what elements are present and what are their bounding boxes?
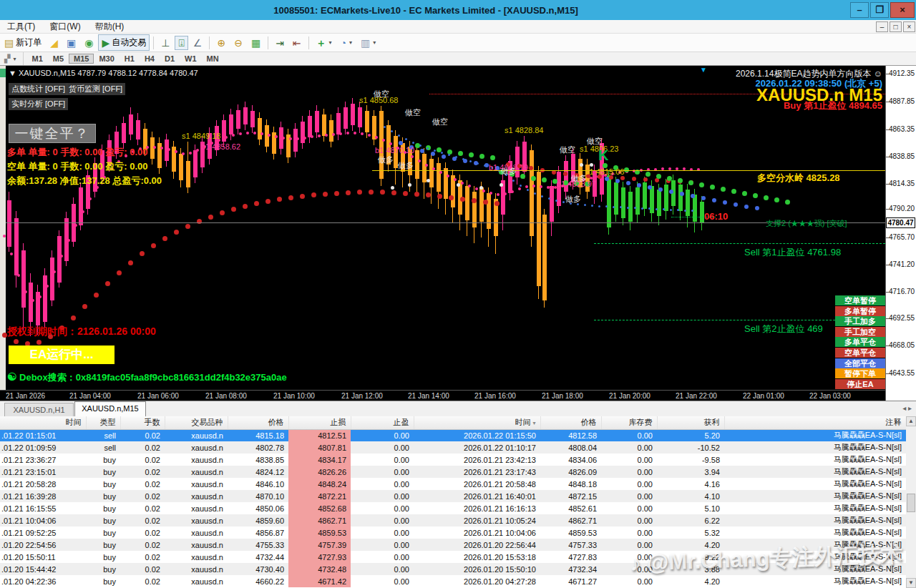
- timeframe-h4[interactable]: H4: [140, 54, 160, 64]
- templates-button[interactable]: ▥▾: [357, 36, 379, 50]
- time-axis[interactable]: 21 Jan 202621 Jan 04:0021 Jan 06:0021 Ja…: [0, 390, 885, 401]
- timeframe-mn[interactable]: MN: [202, 54, 224, 64]
- scrollbar-thumb[interactable]: [907, 494, 915, 512]
- column-header-2[interactable]: 手数: [120, 416, 165, 429]
- order-row[interactable]: .01.21 09:52:25buy0.02xauusd.n4856.87485…: [0, 526, 906, 539]
- column-header-1[interactable]: 类型: [86, 416, 120, 429]
- order-cell: sell: [86, 441, 120, 454]
- column-header-4[interactable]: 价格: [228, 416, 288, 429]
- menu-help[interactable]: 帮助(H): [88, 21, 132, 33]
- column-header-10[interactable]: 获利: [657, 416, 724, 429]
- tile-windows-button[interactable]: ▦: [248, 36, 264, 50]
- column-header-9[interactable]: 库存费: [601, 416, 657, 429]
- tab-xauusd-h1[interactable]: XAUUSD.n,H1: [4, 403, 74, 417]
- zoom-in-button[interactable]: ⊕: [213, 36, 229, 50]
- auto-trading-button[interactable]: ▶ 自动交易: [98, 34, 150, 51]
- side-button-8[interactable]: 停止EA: [835, 379, 885, 389]
- column-header-11[interactable]: 注释: [724, 416, 906, 429]
- close-button[interactable]: ×: [890, 2, 915, 18]
- timeframe-w1[interactable]: W1: [180, 54, 202, 64]
- line-chart-button[interactable]: ∠: [190, 36, 206, 50]
- child-close-button[interactable]: ×: [903, 21, 915, 32]
- zoom-out-button[interactable]: ⊖: [230, 36, 246, 50]
- timeframe-d1[interactable]: D1: [160, 54, 180, 64]
- price-tick-label: 4790.20: [889, 205, 915, 212]
- authorization-expiry-text: 授权到期时间：2126.01.26 00:00: [7, 325, 156, 338]
- bar-chart-button[interactable]: ⊥: [157, 36, 173, 50]
- side-button-7[interactable]: 暂停下单: [835, 368, 885, 378]
- chart-shift-button[interactable]: ⇤: [289, 36, 305, 50]
- tab-scroll-arrows[interactable]: ◂ ▸: [902, 404, 912, 412]
- order-row[interactable]: .01.21 23:15:01buy0.02xauusd.n4824.12482…: [0, 466, 906, 478]
- order-cell: 2026.01.20 15:50:10: [414, 563, 540, 575]
- timeframe-m5[interactable]: M5: [48, 54, 69, 64]
- blue-line: [548, 197, 550, 200]
- child-restore-button[interactable]: □: [890, 21, 902, 32]
- restore-button[interactable]: ❐: [870, 2, 889, 18]
- ohlc-readout[interactable]: ▼ XAUUSD.n,M15 4787.79 4788.12 4778.84 4…: [9, 69, 198, 77]
- highlighter-button[interactable]: ◢: [47, 36, 62, 50]
- scroll-up-icon[interactable]: ▲: [906, 416, 916, 426]
- side-button-1[interactable]: 多单暂停: [835, 306, 885, 316]
- periods-button[interactable]: ◔▾: [337, 36, 356, 50]
- tf-tool-button[interactable]: ▞▾: [1, 52, 19, 66]
- slow-ma-dots: [243, 204, 248, 209]
- green-dots: [656, 174, 661, 179]
- orders-header-row[interactable]: 时间类型手数交易品种价格止损止盈时间 ▾价格库存费获利注释: [0, 416, 906, 429]
- indicators-button[interactable]: ＋▾: [313, 36, 336, 50]
- menu-tools[interactable]: 工具(T): [0, 21, 42, 33]
- blue-line: [627, 207, 629, 209]
- order-row[interactable]: .01.20 04:22:36buy0.02xauusd.n4660.22467…: [0, 575, 906, 587]
- column-header-8[interactable]: 价格: [540, 416, 601, 429]
- order-cell: 4.10: [657, 490, 724, 502]
- column-header-7[interactable]: 时间 ▾: [414, 416, 540, 429]
- side-button-5[interactable]: 空单平仓: [835, 348, 885, 358]
- terminal-button[interactable]: ▣: [63, 36, 79, 50]
- timeframe-m1[interactable]: M1: [26, 54, 47, 64]
- timeframe-m15[interactable]: M15: [69, 54, 94, 64]
- menu-window[interactable]: 窗口(W): [42, 21, 87, 33]
- minimize-button[interactable]: –: [850, 2, 869, 18]
- tab-xauusd-m15[interactable]: XAUUSD.n,M15: [74, 401, 146, 417]
- candle: [193, 150, 198, 177]
- order-row[interactable]: .01.21 16:15:55buy0.02xauusd.n4850.06485…: [0, 502, 906, 514]
- scroll-down-icon[interactable]: ▼: [906, 578, 916, 588]
- order-row[interactable]: .01.21 23:36:27buy0.02xauusd.n4838.85483…: [0, 454, 906, 466]
- order-row[interactable]: .01.21 16:39:28buy0.02xauusd.n4870.10487…: [0, 490, 906, 502]
- blue-dots: [712, 198, 716, 202]
- side-button-2[interactable]: 手工加多: [835, 316, 885, 326]
- new-order-button[interactable]: ▤ 新订单: [1, 34, 45, 51]
- timeframe-m30[interactable]: M30: [94, 54, 119, 64]
- child-minimize-button[interactable]: –: [876, 21, 888, 32]
- column-header-3[interactable]: 交易品种: [165, 416, 228, 429]
- timeframe-h1[interactable]: H1: [120, 54, 140, 64]
- side-button-3[interactable]: 手工加空: [835, 327, 885, 337]
- fast-ma-dots: [167, 148, 170, 151]
- fast-ma-dots: [532, 185, 535, 187]
- fast-ma-dots: [303, 137, 306, 139]
- blue-dots: [734, 202, 738, 207]
- price-axis[interactable]: 4912.354887.854863.354838.854814.354790.…: [885, 66, 916, 401]
- order-cell: 2026.01.20 04:27:28: [414, 575, 540, 587]
- order-row[interactable]: .01.21 10:04:06buy0.02xauusd.n4859.60486…: [0, 514, 906, 526]
- column-header-0[interactable]: 时间: [0, 416, 86, 429]
- candlestick-chart-button[interactable]: ⍗: [175, 36, 187, 50]
- order-row[interactable]: .01.21 20:58:28buy0.02xauusd.n4846.10484…: [0, 478, 906, 490]
- title-bar[interactable]: 10085501: ECMarkets-Live10 - EC Markets …: [0, 0, 916, 20]
- order-cell: xauusd.n: [165, 441, 228, 454]
- signal-button[interactable]: ◉: [81, 36, 97, 50]
- side-button-0[interactable]: 空单暂停: [835, 295, 885, 305]
- column-header-5[interactable]: 止损: [288, 416, 351, 429]
- chart-annotation: 做空: [405, 107, 421, 118]
- order-cell: 0.00: [601, 466, 657, 478]
- auto-scroll-button[interactable]: ⇥: [272, 36, 288, 50]
- order-row[interactable]: .01.22 01:15:01sell0.02xauusd.n4815.1848…: [0, 429, 906, 441]
- slow-ma-dots: [140, 251, 145, 256]
- close-all-button[interactable]: 一键全平？: [9, 124, 96, 143]
- candle: [358, 107, 362, 127]
- column-header-6[interactable]: 止盈: [351, 416, 414, 429]
- order-row[interactable]: .01.22 01:09:59sell0.02xauusd.n4802.7848…: [0, 441, 906, 454]
- side-button-6[interactable]: 全部平仓: [835, 358, 885, 368]
- side-button-4[interactable]: 多单平仓: [835, 337, 885, 347]
- ea-running-button[interactable]: EA运行中...: [9, 346, 114, 364]
